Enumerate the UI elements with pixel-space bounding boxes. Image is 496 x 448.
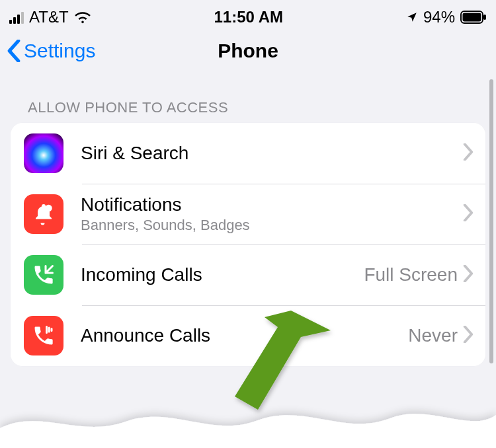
scrollbar[interactable] <box>489 79 493 363</box>
section-header: ALLOW PHONE TO ACCESS <box>11 99 485 123</box>
row-title: Incoming Calls <box>81 264 364 285</box>
clock: 11:50 AM <box>214 8 283 26</box>
row-title: Notifications <box>81 194 463 215</box>
row-title: Siri & Search <box>81 143 463 164</box>
row-announce-calls[interactable]: Announce Calls Never <box>11 305 485 366</box>
notifications-icon <box>24 194 63 234</box>
chevron-right-icon <box>463 265 474 285</box>
status-left: AT&T <box>9 8 91 26</box>
torn-edge-decoration <box>0 402 496 448</box>
back-label: Settings <box>24 40 95 62</box>
announce-call-icon <box>24 316 63 355</box>
status-bar: AT&T 11:50 AM 94% <box>0 0 496 29</box>
svg-rect-2 <box>483 15 486 20</box>
chevron-right-icon <box>463 326 474 346</box>
incoming-call-icon <box>24 255 63 295</box>
location-icon <box>406 11 418 23</box>
page-title: Phone <box>218 40 278 62</box>
battery-icon <box>460 11 487 24</box>
settings-group: Siri & Search Notifications Banners, Sou… <box>11 123 485 366</box>
status-right: 94% <box>406 8 487 26</box>
row-incoming-calls[interactable]: Incoming Calls Full Screen <box>11 244 485 305</box>
cellular-signal-icon <box>9 11 24 24</box>
svg-point-3 <box>45 205 52 212</box>
row-siri-search[interactable]: Siri & Search <box>11 123 485 184</box>
back-button[interactable]: Settings <box>7 40 95 62</box>
chevron-right-icon <box>463 143 474 163</box>
chevron-right-icon <box>463 204 474 224</box>
row-value: Never <box>408 325 458 346</box>
row-notifications[interactable]: Notifications Banners, Sounds, Badges <box>11 184 485 244</box>
content: ALLOW PHONE TO ACCESS Siri & Search Noti… <box>0 73 496 366</box>
svg-rect-1 <box>463 13 481 22</box>
siri-icon <box>24 133 63 173</box>
battery-percent: 94% <box>423 8 455 26</box>
nav-bar: Settings Phone <box>0 29 496 73</box>
row-title: Announce Calls <box>81 325 408 346</box>
chevron-left-icon <box>7 40 21 62</box>
carrier-label: AT&T <box>29 8 69 26</box>
wifi-icon <box>74 11 91 24</box>
row-value: Full Screen <box>364 264 458 285</box>
row-subtitle: Banners, Sounds, Badges <box>81 217 463 234</box>
